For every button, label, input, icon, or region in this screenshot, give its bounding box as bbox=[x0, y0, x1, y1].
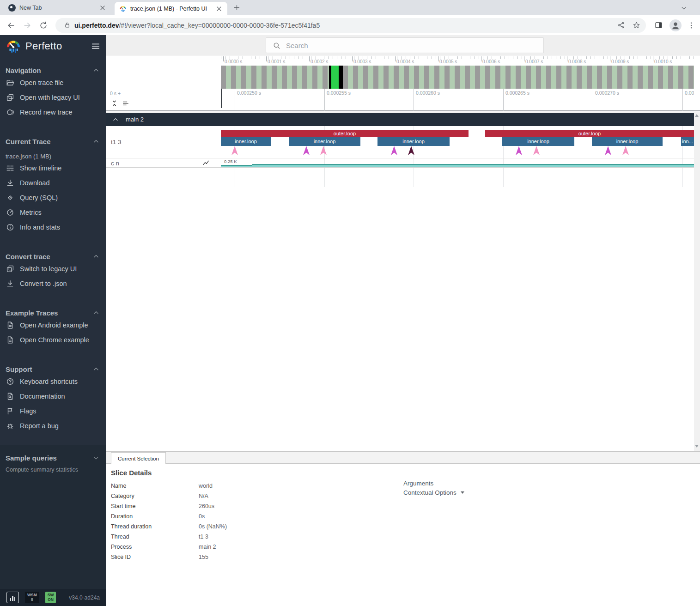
sidebar-item-open-trace-file[interactable]: Open trace file bbox=[0, 75, 106, 90]
sidebar-item-report-a-bug[interactable]: Report a bug bbox=[0, 418, 106, 433]
browser-tab-perfetto[interactable]: trace.json (1 MB) - Perfetto UI bbox=[115, 2, 227, 15]
sidebar-section-header-sample-queries[interactable]: Sample queries bbox=[0, 453, 106, 463]
slice-inner-loop[interactable]: inner.loop bbox=[377, 137, 450, 146]
sidebar-item-info-and-stats[interactable]: Info and stats bbox=[0, 220, 106, 235]
slice-details-table: NameworldCategoryN/AStart time260usDurat… bbox=[111, 481, 370, 562]
sidebar-item-label: Open trace file bbox=[20, 79, 63, 86]
share-icon[interactable] bbox=[617, 21, 625, 29]
sidebar-item-label: Convert to .json bbox=[20, 280, 67, 287]
sidebar-item-metrics[interactable]: Metrics bbox=[0, 205, 106, 220]
line-chart-icon bbox=[202, 159, 210, 167]
sidebar-item-open-android-example[interactable]: Open Android example bbox=[0, 318, 106, 333]
sidebar-item-record-new-trace[interactable]: Record new trace bbox=[0, 105, 106, 120]
track-menu-icon[interactable] bbox=[122, 100, 130, 107]
instant-event[interactable] bbox=[622, 146, 629, 155]
slice-inner-loop[interactable]: inner.loop bbox=[289, 137, 360, 146]
sidebar-item-open-chrome-example[interactable]: Open Chrome example bbox=[0, 333, 106, 347]
process-group-header[interactable]: main 2 bbox=[106, 113, 694, 126]
url-host: ui.perfetto.dev bbox=[74, 22, 119, 29]
ruler-major-tick bbox=[223, 56, 224, 61]
bar-chart-icon[interactable] bbox=[6, 592, 19, 603]
vertical-scrollbar[interactable] bbox=[694, 112, 700, 451]
contextual-options-dropdown[interactable]: Contextual Options bbox=[403, 489, 464, 496]
version-label: v34.0-ad24a bbox=[69, 594, 100, 601]
detail-value: 0s (NaN%) bbox=[199, 523, 227, 530]
sidebar-item-label: Switch to legacy UI bbox=[20, 265, 77, 273]
bookmark-star-icon[interactable] bbox=[633, 21, 640, 29]
sidebar-item-switch-to-legacy-ui[interactable]: Switch to legacy UI bbox=[0, 261, 106, 276]
sidebar-item-open-with-legacy-ui[interactable]: Open with legacy UI bbox=[0, 90, 106, 105]
sidebar-item-show-timeline[interactable]: Show timeline bbox=[0, 161, 106, 176]
search-box[interactable] bbox=[266, 37, 544, 53]
sidebar-section-header-navigation[interactable]: Navigation bbox=[0, 65, 106, 75]
sidebar-item-download[interactable]: Download bbox=[0, 176, 106, 190]
detail-label: Process bbox=[111, 544, 199, 550]
instant-event[interactable] bbox=[516, 146, 522, 155]
slice-inner-loop[interactable]: inner.loop bbox=[502, 137, 574, 146]
sample-query-item[interactable]: Compute summary statistics bbox=[0, 463, 106, 474]
sidebar-section-current-trace: Current Tracetrace.json (1 MB)Show timel… bbox=[0, 136, 106, 235]
detail-value: 0s bbox=[199, 513, 205, 520]
counter-series[interactable] bbox=[221, 165, 252, 167]
doc-icon bbox=[6, 321, 14, 329]
chevron-up-icon bbox=[92, 253, 100, 260]
url-bar[interactable]: ui.perfetto.dev/#!/viewer?local_cache_ke… bbox=[55, 18, 646, 33]
docsearch-icon bbox=[6, 392, 14, 400]
sidebar-section-header-convert-trace[interactable]: Convert trace bbox=[0, 251, 106, 261]
new-tab-button[interactable] bbox=[233, 4, 241, 12]
help-icon bbox=[6, 377, 14, 386]
instant-event[interactable] bbox=[605, 146, 611, 155]
time-marker-line bbox=[235, 89, 235, 111]
browser-tab-strip: New Tab trace.json (1 MB) - Perfetto UI bbox=[0, 0, 700, 15]
timeline-minimap[interactable] bbox=[221, 66, 694, 89]
sidebar-item-query-sql[interactable]: Query (SQL) bbox=[0, 190, 106, 205]
sidebar-item-convert-to-json[interactable]: Convert to .json bbox=[0, 276, 106, 291]
timeline-overview: 0.0000 s0.0001 s0.0002 s0.0003 s0.0004 s… bbox=[106, 55, 700, 112]
instant-event-selected[interactable] bbox=[408, 146, 414, 155]
chevron-up-icon[interactable] bbox=[112, 116, 119, 123]
forward-icon[interactable] bbox=[23, 21, 32, 30]
sidebar-section-header-support[interactable]: Support bbox=[0, 364, 106, 374]
close-icon[interactable] bbox=[215, 5, 223, 12]
sidebar-section-header-example-traces[interactable]: Example Traces bbox=[0, 308, 106, 318]
instant-event[interactable] bbox=[320, 146, 327, 155]
sidebar-item-flags[interactable]: Flags bbox=[0, 404, 106, 418]
tab-search-chevron-icon[interactable] bbox=[680, 4, 688, 12]
search-icon bbox=[273, 42, 280, 49]
sidebar-item-keyboard-shortcuts[interactable]: Keyboard shortcuts bbox=[0, 374, 106, 389]
refresh-icon[interactable] bbox=[39, 21, 48, 30]
slice-inner-loop[interactable]: inner.loop bbox=[592, 137, 663, 146]
slice-outer-loop[interactable]: outer.loop bbox=[485, 130, 694, 137]
ruler-major-tick bbox=[352, 56, 353, 61]
collapse-tracks-icon[interactable] bbox=[110, 99, 118, 107]
instant-event[interactable] bbox=[231, 146, 238, 155]
counter-series[interactable] bbox=[252, 164, 694, 167]
tab-current-selection[interactable]: Current Selection bbox=[111, 452, 166, 464]
slice-inner-loop[interactable]: inn... bbox=[681, 137, 694, 146]
back-icon[interactable] bbox=[6, 21, 16, 30]
hamburger-menu-icon[interactable] bbox=[91, 41, 101, 51]
instant-event[interactable] bbox=[533, 146, 540, 155]
sidebar-section-header-current-trace[interactable]: Current Trace bbox=[0, 136, 106, 146]
detail-label: Thread duration bbox=[111, 523, 199, 530]
instant-event[interactable] bbox=[391, 146, 397, 155]
search-input[interactable] bbox=[286, 42, 543, 49]
scroll-down-arrow-icon[interactable] bbox=[695, 445, 699, 448]
scroll-up-arrow-icon[interactable] bbox=[695, 114, 699, 117]
url-path: /#!/viewer?local_cache_key=00000000-0000… bbox=[119, 22, 320, 29]
detail-row: Thread duration0s (NaN%) bbox=[111, 521, 370, 532]
app-topbar bbox=[106, 35, 700, 55]
side-panel-icon[interactable] bbox=[654, 21, 663, 30]
metrics-icon bbox=[6, 208, 14, 217]
browser-tab-new-tab[interactable]: New Tab bbox=[4, 0, 111, 15]
sidebar-item-documentation[interactable]: Documentation bbox=[0, 389, 106, 404]
slice-inner-loop[interactable]: inner.loop bbox=[221, 137, 271, 146]
viewport-indicator-highlight[interactable] bbox=[331, 66, 339, 89]
slice-outer-loop[interactable]: outer.loop bbox=[221, 130, 469, 137]
instant-event[interactable] bbox=[303, 146, 310, 155]
ruler-major-tick bbox=[395, 56, 396, 61]
close-icon[interactable] bbox=[99, 4, 106, 12]
avatar[interactable] bbox=[670, 19, 682, 31]
time-marker-line bbox=[414, 89, 414, 111]
kebab-menu-icon[interactable] bbox=[687, 21, 695, 30]
